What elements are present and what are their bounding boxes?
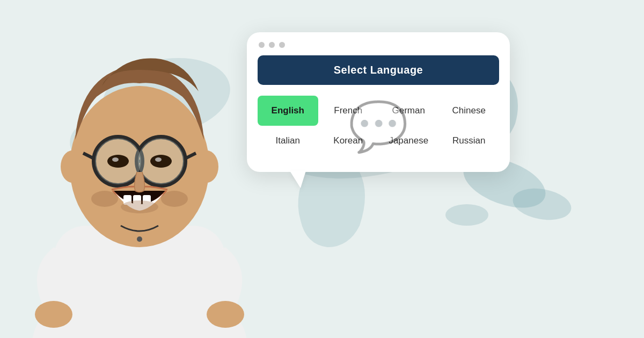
language-grid: English French German Chinese Italian Ko… [247,85,510,156]
svg-point-30 [35,301,72,328]
language-header: Select Language [258,55,499,85]
svg-point-3 [445,204,488,226]
svg-point-26 [121,200,158,213]
svg-point-18 [150,155,172,168]
svg-point-17 [107,155,129,168]
language-french[interactable]: French [318,96,379,126]
window-controls [247,32,510,55]
language-german[interactable]: German [378,96,439,126]
language-russian[interactable]: Russian [439,126,500,156]
window-dot-3 [279,42,285,48]
window-dot-1 [259,42,265,48]
person-illustration [0,0,279,338]
svg-point-19 [112,157,119,162]
language-japanese[interactable]: Japanese [378,126,439,156]
svg-point-27 [61,150,84,183]
header-title: Select Language [334,64,423,76]
svg-point-2 [510,184,574,224]
language-korean[interactable]: Korean [318,126,379,156]
svg-point-20 [155,157,162,162]
language-dialog: Select Language 💬 English French German … [247,32,510,172]
svg-point-24 [91,191,118,207]
language-italian[interactable]: Italian [258,126,318,156]
svg-point-28 [195,150,218,183]
window-dot-2 [269,42,275,48]
svg-point-25 [161,191,188,207]
svg-point-31 [207,301,244,328]
language-english[interactable]: English [258,96,318,126]
language-chinese[interactable]: Chinese [439,96,500,126]
svg-point-29 [137,236,142,242]
